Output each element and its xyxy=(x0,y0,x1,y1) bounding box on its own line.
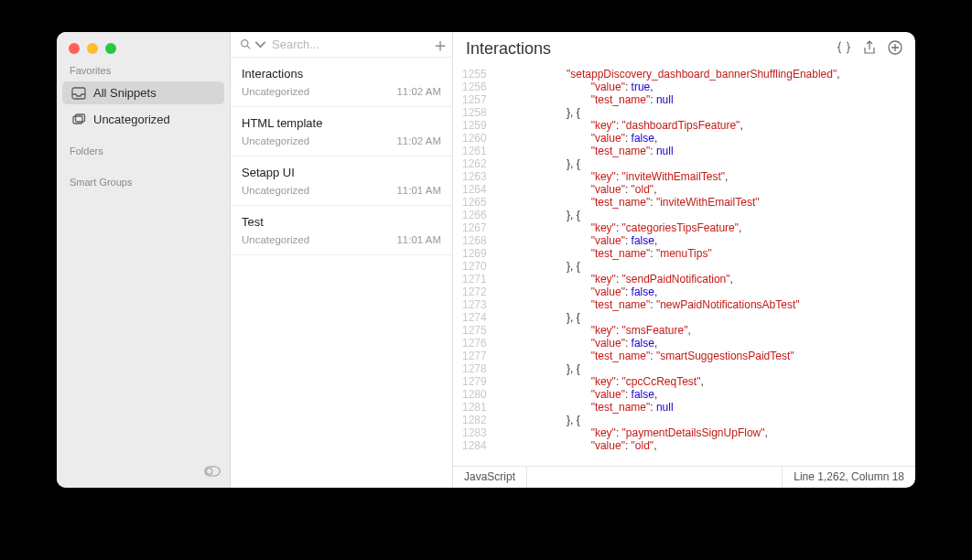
snippet-item-time: 11:01 AM xyxy=(396,234,441,245)
zoom-window-button[interactable] xyxy=(105,43,116,54)
sidebar: Favorites All Snippets Uncategorized Fol… xyxy=(57,32,231,488)
sidebar-item-uncategorized[interactable]: Uncategorized xyxy=(62,108,224,131)
snippet-list-item[interactable]: Test Uncategorized11:01 AM xyxy=(231,206,452,255)
snippet-list-item[interactable]: Interactions Uncategorized11:02 AM xyxy=(231,58,452,107)
braces-icon[interactable] xyxy=(837,40,851,59)
smart-groups-section-label: Smart Groups xyxy=(57,173,230,191)
settings-toggle-icon[interactable] xyxy=(204,464,221,480)
snippet-item-time: 11:02 AM xyxy=(396,86,441,97)
close-window-button[interactable] xyxy=(69,43,80,54)
search-row: ＋ xyxy=(231,32,452,58)
line-gutter: 1255125612571258125912601261126212631264… xyxy=(453,68,493,466)
snippet-item-title: Setapp UI xyxy=(242,166,441,179)
tray-icon xyxy=(71,87,86,100)
snippet-list-item[interactable]: HTML template Uncategorized11:02 AM xyxy=(231,107,452,156)
search-icon xyxy=(240,38,252,50)
snippet-item-title: HTML template xyxy=(242,116,441,130)
favorites-section-label: Favorites xyxy=(57,61,230,80)
add-circle-icon[interactable] xyxy=(888,40,902,59)
sidebar-item-all-snippets[interactable]: All Snippets xyxy=(62,81,224,104)
svg-rect-2 xyxy=(76,114,85,122)
snippet-title[interactable]: Interactions xyxy=(466,39,551,59)
editor-pane: Interactions 125512561257125812591260126… xyxy=(453,32,915,488)
sidebar-item-label: All Snippets xyxy=(93,86,157,100)
snippet-item-category: Uncategorized xyxy=(242,86,309,97)
status-spacer xyxy=(527,467,782,488)
svg-rect-1 xyxy=(73,116,82,124)
svg-point-4 xyxy=(206,468,212,475)
svg-rect-0 xyxy=(72,88,85,99)
snippet-item-title: Interactions xyxy=(242,67,441,81)
snippet-item-title: Test xyxy=(242,215,441,229)
svg-line-6 xyxy=(247,46,250,48)
language-selector[interactable]: JavaScript xyxy=(453,467,527,488)
code-editor[interactable]: 1255125612571258125912601261126212631264… xyxy=(453,68,915,466)
search-input[interactable] xyxy=(272,38,426,51)
add-snippet-button[interactable]: ＋ xyxy=(431,38,449,51)
folders-section-label: Folders xyxy=(57,142,230,160)
sidebar-item-label: Uncategorized xyxy=(93,113,170,126)
snippet-item-category: Uncategorized xyxy=(242,135,309,146)
code-content[interactable]: "setappDiscovery_dashboard_bannerShuffli… xyxy=(493,68,915,466)
editor-actions xyxy=(837,40,902,59)
app-window: Favorites All Snippets Uncategorized Fol… xyxy=(57,32,915,488)
snippet-list: ＋ Interactions Uncategorized11:02 AMHTML… xyxy=(231,32,453,488)
cursor-position: Line 1,262, Column 18 xyxy=(782,467,915,488)
share-icon[interactable] xyxy=(862,40,877,59)
snippet-item-time: 11:01 AM xyxy=(396,185,441,196)
snippet-item-category: Uncategorized xyxy=(242,185,309,196)
snippet-item-time: 11:02 AM xyxy=(396,135,441,146)
snippet-item-category: Uncategorized xyxy=(242,234,309,245)
status-bar: JavaScript Line 1,262, Column 18 xyxy=(453,466,915,488)
sidebar-footer xyxy=(57,457,230,488)
chevron-down-icon[interactable] xyxy=(254,38,266,50)
editor-header: Interactions xyxy=(453,32,915,68)
svg-point-5 xyxy=(242,40,248,47)
snippet-list-item[interactable]: Setapp UI Uncategorized11:01 AM xyxy=(231,156,452,206)
layers-icon xyxy=(71,113,86,126)
minimize-window-button[interactable] xyxy=(87,43,98,54)
window-controls xyxy=(57,32,230,61)
